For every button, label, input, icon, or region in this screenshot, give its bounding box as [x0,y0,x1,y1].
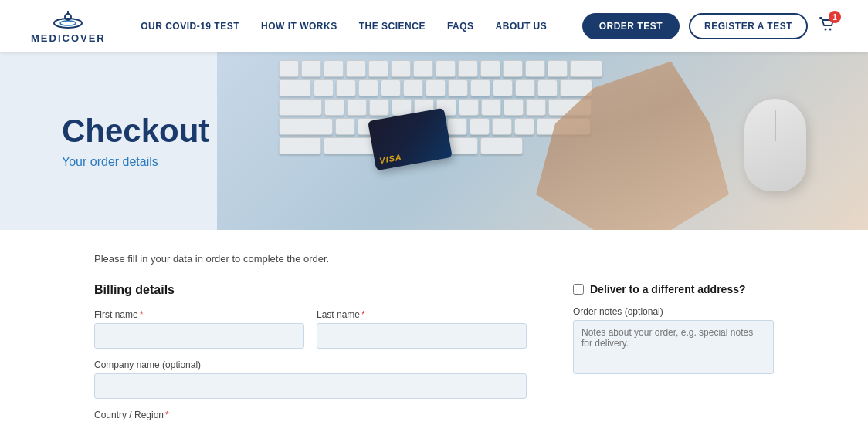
name-row: First name* Last name* [94,309,527,349]
company-label: Company name (optional) [94,359,527,370]
mouse-decoration [744,99,806,191]
nav-covid-test[interactable]: OUR COVID-19 TEST [141,21,239,32]
form-intro: Please fill in your data in order to com… [94,253,774,265]
cart-button[interactable]: 1 [817,15,837,38]
logo[interactable]: MEDICOVER [31,9,106,44]
cart-badge: 1 [829,11,841,23]
deliver-different-label: Deliver to a different address? [590,283,746,295]
billing-section: Billing details First name* Last name* [94,283,527,434]
header: MEDICOVER OUR COVID-19 TEST HOW IT WORKS… [0,0,868,52]
main-content: Please fill in your data in order to com… [0,230,868,442]
company-group: Company name (optional) [94,359,527,399]
logo-text: MEDICOVER [31,32,106,44]
country-label: Country / Region* [94,410,527,420]
country-group: Country / Region* [94,410,527,423]
first-name-required: * [140,309,144,320]
delivery-section: Deliver to a different address? Order no… [573,283,774,434]
svg-point-4 [824,29,826,31]
first-name-label: First name* [94,309,304,320]
svg-point-5 [829,29,831,31]
last-name-label: Last name* [317,309,527,320]
svg-point-1 [60,21,76,25]
hero-content: Checkout Your order details [62,113,209,169]
header-actions: ORDER TEST REGISTER A TEST 1 [582,13,837,39]
nav-how-it-works[interactable]: HOW IT WORKS [261,21,337,32]
company-input[interactable] [94,373,527,399]
checkout-form: Please fill in your data in order to com… [94,230,774,442]
form-columns: Billing details First name* Last name* [94,283,774,434]
page-title: Checkout [62,113,209,149]
country-required: * [165,410,169,420]
nav-about-us[interactable]: ABOUT US [496,21,548,32]
register-test-button[interactable]: REGISTER A TEST [689,13,808,39]
hero-banner: VISA Checkout Your order details [0,52,868,230]
last-name-input[interactable] [317,323,527,349]
country-row: Country / Region* [94,410,527,423]
last-name-required: * [361,309,365,320]
nav-faqs[interactable]: FAQS [447,21,474,32]
card-brand: VISA [378,152,402,165]
first-name-group: First name* [94,309,304,349]
nav-the-science[interactable]: THE SCIENCE [359,21,426,32]
billing-title: Billing details [94,283,527,297]
deliver-different-row: Deliver to a different address? [573,283,774,295]
main-nav: OUR COVID-19 TEST HOW IT WORKS THE SCIEN… [141,21,547,32]
order-notes-label: Order notes (optional) [573,306,774,317]
hero-background: VISA [217,52,868,230]
order-test-button[interactable]: ORDER TEST [582,13,680,39]
deliver-different-checkbox[interactable] [573,284,584,295]
company-row: Company name (optional) [94,359,527,399]
last-name-group: Last name* [317,309,527,349]
logo-icon [51,9,85,31]
first-name-input[interactable] [94,323,304,349]
order-notes-textarea[interactable] [573,320,774,374]
hero-subtitle: Your order details [62,155,209,169]
